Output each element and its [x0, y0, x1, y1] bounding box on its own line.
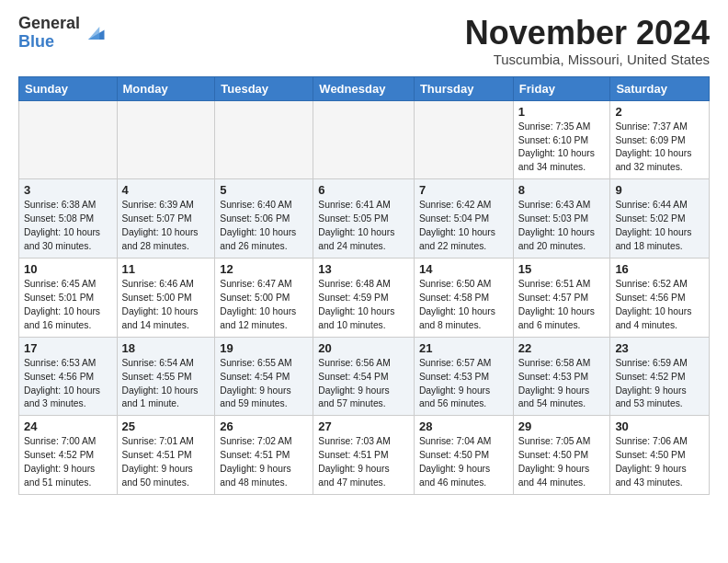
day-header-wednesday: Wednesday	[313, 76, 415, 100]
header: General Blue November 2024 Tuscumbia, Mi…	[18, 15, 710, 67]
cell-text: Sunrise: 6:59 AMSunset: 4:52 PMDaylight:…	[615, 357, 704, 412]
cell-text: Sunrise: 6:41 AMSunset: 5:05 PMDaylight:…	[318, 199, 409, 254]
title-block: November 2024 Tuscumbia, Missouri, Unite…	[465, 15, 710, 67]
day-number: 15	[518, 262, 606, 276]
calendar-cell: 27Sunrise: 7:03 AMSunset: 4:51 PMDayligh…	[313, 416, 415, 495]
cell-text: Sunrise: 6:38 AMSunset: 5:08 PMDaylight:…	[24, 199, 112, 254]
day-number: 10	[24, 262, 112, 276]
day-number: 20	[318, 341, 409, 355]
calendar-cell: 11Sunrise: 6:46 AMSunset: 5:00 PMDayligh…	[117, 258, 215, 337]
cell-text: Sunrise: 6:39 AMSunset: 5:07 PMDaylight:…	[122, 199, 210, 254]
header-row: SundayMondayTuesdayWednesdayThursdayFrid…	[19, 76, 710, 100]
calendar-cell	[313, 100, 415, 179]
calendar-cell: 25Sunrise: 7:01 AMSunset: 4:51 PMDayligh…	[117, 416, 215, 495]
calendar-cell	[215, 100, 313, 179]
logo: General Blue	[18, 15, 108, 52]
cell-text: Sunrise: 6:42 AMSunset: 5:04 PMDaylight:…	[419, 199, 508, 254]
page: General Blue November 2024 Tuscumbia, Mi…	[0, 0, 728, 510]
week-row-4: 24Sunrise: 7:00 AMSunset: 4:52 PMDayligh…	[19, 416, 710, 495]
cell-text: Sunrise: 7:02 AMSunset: 4:51 PMDaylight:…	[220, 435, 308, 490]
cell-text: Sunrise: 6:58 AMSunset: 4:53 PMDaylight:…	[518, 357, 606, 412]
cell-text: Sunrise: 6:47 AMSunset: 5:00 PMDaylight:…	[220, 278, 308, 333]
calendar-table: SundayMondayTuesdayWednesdayThursdayFrid…	[18, 76, 710, 495]
calendar-cell: 20Sunrise: 6:56 AMSunset: 4:54 PMDayligh…	[313, 337, 415, 416]
logo-icon	[82, 20, 108, 46]
calendar-cell: 23Sunrise: 6:59 AMSunset: 4:52 PMDayligh…	[610, 337, 710, 416]
calendar-cell: 4Sunrise: 6:39 AMSunset: 5:07 PMDaylight…	[117, 179, 215, 259]
calendar-cell: 22Sunrise: 6:58 AMSunset: 4:53 PMDayligh…	[513, 337, 610, 416]
day-number: 7	[419, 183, 508, 197]
day-number: 11	[122, 262, 210, 276]
cell-text: Sunrise: 6:56 AMSunset: 4:54 PMDaylight:…	[318, 357, 409, 412]
week-row-1: 3Sunrise: 6:38 AMSunset: 5:08 PMDaylight…	[19, 179, 710, 259]
day-number: 3	[24, 183, 112, 197]
day-number: 19	[220, 341, 308, 355]
cell-text: Sunrise: 6:43 AMSunset: 5:03 PMDaylight:…	[518, 199, 606, 254]
svg-marker-1	[88, 27, 99, 40]
calendar-cell: 5Sunrise: 6:40 AMSunset: 5:06 PMDaylight…	[215, 179, 313, 259]
day-number: 24	[24, 419, 112, 433]
calendar-cell: 26Sunrise: 7:02 AMSunset: 4:51 PMDayligh…	[215, 416, 313, 495]
calendar-cell: 30Sunrise: 7:06 AMSunset: 4:50 PMDayligh…	[610, 416, 710, 495]
cell-text: Sunrise: 6:57 AMSunset: 4:53 PMDaylight:…	[419, 357, 508, 412]
day-number: 25	[122, 419, 210, 433]
day-number: 5	[220, 183, 308, 197]
day-number: 16	[615, 262, 704, 276]
cell-text: Sunrise: 6:44 AMSunset: 5:02 PMDaylight:…	[615, 199, 704, 254]
week-row-3: 17Sunrise: 6:53 AMSunset: 4:56 PMDayligh…	[19, 337, 710, 416]
day-number: 8	[518, 183, 606, 197]
calendar-cell: 2Sunrise: 7:37 AMSunset: 6:09 PMDaylight…	[610, 100, 710, 179]
calendar-cell: 1Sunrise: 7:35 AMSunset: 6:10 PMDaylight…	[513, 100, 610, 179]
day-header-thursday: Thursday	[414, 76, 513, 100]
month-title: November 2024	[465, 15, 710, 52]
calendar-cell	[19, 100, 118, 179]
cell-text: Sunrise: 7:03 AMSunset: 4:51 PMDaylight:…	[318, 435, 409, 490]
week-row-2: 10Sunrise: 6:45 AMSunset: 5:01 PMDayligh…	[19, 258, 710, 337]
day-number: 30	[615, 419, 704, 433]
day-header-friday: Friday	[513, 76, 610, 100]
calendar-cell: 13Sunrise: 6:48 AMSunset: 4:59 PMDayligh…	[313, 258, 415, 337]
calendar-cell: 18Sunrise: 6:54 AMSunset: 4:55 PMDayligh…	[117, 337, 215, 416]
week-row-0: 1Sunrise: 7:35 AMSunset: 6:10 PMDaylight…	[19, 100, 710, 179]
day-number: 4	[122, 183, 210, 197]
day-number: 23	[615, 341, 704, 355]
cell-text: Sunrise: 7:00 AMSunset: 4:52 PMDaylight:…	[24, 435, 112, 490]
cell-text: Sunrise: 6:45 AMSunset: 5:01 PMDaylight:…	[24, 278, 112, 333]
day-number: 9	[615, 183, 704, 197]
day-number: 21	[419, 341, 508, 355]
cell-text: Sunrise: 6:52 AMSunset: 4:56 PMDaylight:…	[615, 278, 704, 333]
cell-text: Sunrise: 7:06 AMSunset: 4:50 PMDaylight:…	[615, 435, 704, 490]
location: Tuscumbia, Missouri, United States	[465, 52, 710, 67]
cell-text: Sunrise: 6:48 AMSunset: 4:59 PMDaylight:…	[318, 278, 409, 333]
day-header-tuesday: Tuesday	[215, 76, 313, 100]
cell-text: Sunrise: 6:40 AMSunset: 5:06 PMDaylight:…	[220, 199, 308, 254]
day-number: 26	[220, 419, 308, 433]
day-number: 28	[419, 419, 508, 433]
cell-text: Sunrise: 7:04 AMSunset: 4:50 PMDaylight:…	[419, 435, 508, 490]
calendar-cell	[117, 100, 215, 179]
day-header-saturday: Saturday	[610, 76, 710, 100]
calendar-cell: 28Sunrise: 7:04 AMSunset: 4:50 PMDayligh…	[414, 416, 513, 495]
calendar-cell: 21Sunrise: 6:57 AMSunset: 4:53 PMDayligh…	[414, 337, 513, 416]
cell-text: Sunrise: 6:55 AMSunset: 4:54 PMDaylight:…	[220, 357, 308, 412]
calendar-cell: 8Sunrise: 6:43 AMSunset: 5:03 PMDaylight…	[513, 179, 610, 259]
day-number: 29	[518, 419, 606, 433]
day-number: 12	[220, 262, 308, 276]
cell-text: Sunrise: 6:54 AMSunset: 4:55 PMDaylight:…	[122, 357, 210, 412]
cell-text: Sunrise: 6:50 AMSunset: 4:58 PMDaylight:…	[419, 278, 508, 333]
day-number: 1	[518, 105, 606, 119]
day-number: 13	[318, 262, 409, 276]
logo-blue: Blue	[18, 32, 54, 51]
cell-text: Sunrise: 7:37 AMSunset: 6:09 PMDaylight:…	[615, 121, 704, 176]
calendar-cell	[414, 100, 513, 179]
calendar-cell: 17Sunrise: 6:53 AMSunset: 4:56 PMDayligh…	[19, 337, 118, 416]
cell-text: Sunrise: 7:01 AMSunset: 4:51 PMDaylight:…	[122, 435, 210, 490]
calendar-cell: 19Sunrise: 6:55 AMSunset: 4:54 PMDayligh…	[215, 337, 313, 416]
calendar-cell: 16Sunrise: 6:52 AMSunset: 4:56 PMDayligh…	[610, 258, 710, 337]
day-number: 2	[615, 105, 704, 119]
day-header-monday: Monday	[117, 76, 215, 100]
cell-text: Sunrise: 6:53 AMSunset: 4:56 PMDaylight:…	[24, 357, 112, 412]
calendar-cell: 29Sunrise: 7:05 AMSunset: 4:50 PMDayligh…	[513, 416, 610, 495]
calendar-cell: 15Sunrise: 6:51 AMSunset: 4:57 PMDayligh…	[513, 258, 610, 337]
day-number: 27	[318, 419, 409, 433]
